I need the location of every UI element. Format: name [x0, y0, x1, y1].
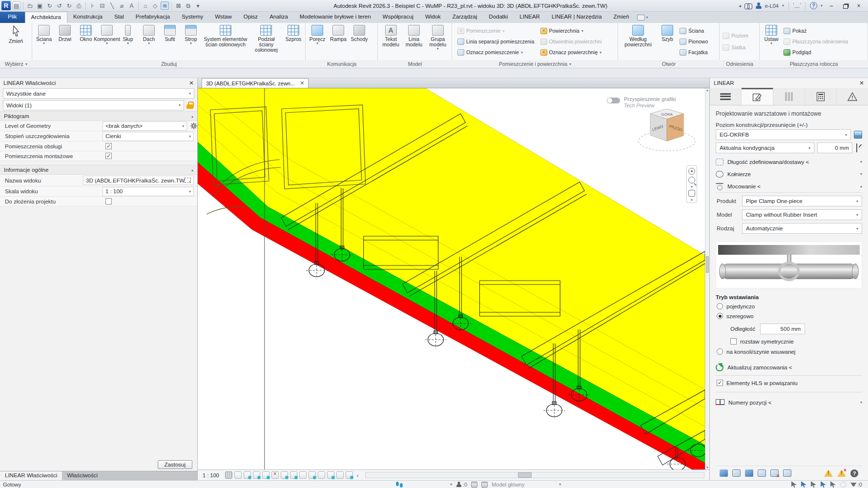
section-icon[interactable]: ⊦	[88, 1, 97, 10]
dormer-opening-button[interactable]: Facjatka	[678, 48, 709, 57]
tab-opisz[interactable]: Opisz	[238, 12, 264, 23]
section-informacje-ogolne[interactable]: Informacje ogólne▴	[0, 165, 197, 175]
view-scale-dropdown[interactable]: 1 : 100▾	[103, 187, 194, 196]
distance-field[interactable]: 500 mm	[760, 324, 805, 334]
area-button[interactable]: Powierzchnia▾	[539, 26, 603, 36]
tab-systemy[interactable]: Systemy	[176, 12, 209, 23]
revit-menu-button[interactable]: R	[1, 1, 11, 10]
window-button[interactable]: Okno	[76, 24, 96, 59]
model-line-button[interactable]: Linia modelu	[403, 24, 425, 59]
storey-dropdown[interactable]: Aktualna kondygnacja▾	[716, 142, 814, 153]
open-icon[interactable]: 🗀	[26, 1, 34, 10]
rendering-dialog-icon[interactable]	[262, 471, 269, 479]
product-dropdown[interactable]: Pipe Clamp One-piece▾	[742, 196, 862, 206]
redo-icon[interactable]: ↻	[65, 1, 73, 10]
tab-zmien[interactable]: Zmień	[608, 12, 635, 23]
radio-single[interactable]: pojedynczo	[717, 303, 862, 309]
tab-library[interactable]	[773, 88, 805, 105]
user-dropdown-arrow-icon[interactable]: ▾	[782, 3, 784, 8]
select-pinned-icon[interactable]	[821, 481, 826, 488]
reveal-hidden-elements-icon[interactable]	[309, 471, 316, 479]
active-workset-dropdown[interactable]: Model główny	[492, 482, 555, 488]
toggle-switch-icon[interactable]	[607, 98, 620, 103]
lock-3d-view-icon[interactable]	[290, 471, 297, 479]
print-icon[interactable]: ⎙	[75, 1, 83, 10]
tab-modelowanie[interactable]: Modelowanie bryłowe i teren	[294, 12, 377, 23]
duct-delete-icon[interactable]	[770, 469, 779, 477]
tag-room-button[interactable]: Oznacz pomieszczenie▾	[456, 48, 536, 57]
close-panel-icon[interactable]: ✕	[859, 80, 864, 86]
tab-linear-narzedzia[interactable]: LINEAR | Narzędzia	[546, 12, 608, 23]
scroll-up-icon[interactable]: ▲	[705, 89, 709, 92]
level-button[interactable]: Poziom	[721, 31, 750, 41]
tab-linear-wlasciwosci[interactable]: LINEAR Właściwości	[0, 471, 62, 480]
draw-line-icon[interactable]: ╲	[108, 1, 116, 10]
chevron-down-icon[interactable]: ▾	[450, 482, 452, 487]
apply-button[interactable]: Zastosuj	[158, 460, 192, 469]
symmetric-spacing-checkbox-row[interactable]: rozstaw symetrycznie	[730, 338, 862, 345]
vertical-opening-button[interactable]: Pionowo	[678, 37, 709, 46]
undo-icon[interactable]: ↺	[55, 1, 63, 10]
mullion-button[interactable]: Szpros	[283, 24, 304, 59]
set-work-plane-button[interactable]: Ustaw▾	[761, 24, 782, 59]
mounting-rooms-checkbox[interactable]: ✓	[105, 153, 112, 159]
clamp-area-icon[interactable]	[732, 469, 741, 477]
select-underlay-icon[interactable]	[811, 481, 816, 488]
tab-prefabrykacja[interactable]: Prefabrykacja	[130, 12, 176, 23]
warnings-dismiss-icon[interactable]	[837, 469, 846, 477]
help-icon[interactable]: ?	[810, 2, 817, 9]
grid-button[interactable]: Siatka	[721, 43, 750, 52]
tag-icon[interactable]: ⌀	[118, 1, 126, 10]
close-panel-icon[interactable]: ✕	[189, 80, 194, 86]
show-crop-region-icon[interactable]	[281, 471, 288, 479]
exchange-icon[interactable]: ≋	[161, 1, 169, 10]
tab-linear[interactable]: LINEAR	[514, 12, 546, 23]
group-label-pomieszczenie[interactable]: Pomieszczenie i powierzchnia▾	[452, 60, 618, 68]
area-boundary-button[interactable]: Obwiednia powierzchni	[539, 37, 603, 46]
worksharing-display-icon[interactable]	[327, 471, 334, 479]
model-text-button[interactable]: Tekst modelu	[379, 24, 402, 59]
chevron-down-icon[interactable]: ▾	[691, 199, 693, 201]
railing-button[interactable]: Poręcz▾	[307, 24, 328, 59]
tab-plik[interactable]: Plik	[0, 12, 25, 23]
point-icon[interactable]: ◇	[151, 1, 159, 10]
curtain-grid-button[interactable]: Podział ściany osłonowej	[250, 24, 283, 59]
tab-architektura[interactable]: Architektura	[25, 12, 67, 23]
collapse-arrow-icon[interactable]: ◂	[739, 3, 741, 8]
offset-field[interactable]: 0 mm	[817, 142, 852, 153]
section-flanges[interactable]: Kołnierze▾	[716, 168, 862, 180]
view-name-field[interactable]: 3D (ABDŁ.EFTGHKPralkaŚc. zewn.TW	[83, 176, 194, 185]
drag-on-selection-icon[interactable]	[801, 481, 806, 488]
tab-analiza[interactable]: Analiza	[264, 12, 294, 23]
radio-serial[interactable]: szeregowo	[717, 313, 862, 319]
clamp-point-icon[interactable]	[720, 469, 728, 477]
viewer-button[interactable]: Podgląd	[782, 48, 849, 57]
save-icon[interactable]: ▣	[36, 1, 44, 10]
column-button[interactable]: Słup▾	[118, 24, 138, 59]
footprints-icon[interactable]	[396, 482, 404, 488]
qat-customize-icon[interactable]: ▾	[194, 1, 202, 10]
chevron-down-icon[interactable]: ▾	[691, 185, 693, 188]
tab-dodatki[interactable]: Dodatki	[483, 12, 514, 23]
ceiling-button[interactable]: Sufit	[160, 24, 180, 59]
tab-warnings[interactable]: !	[837, 88, 868, 105]
tab-stal[interactable]: Stal	[108, 12, 130, 23]
select-links-icon[interactable]	[791, 481, 797, 488]
default-3d-view-icon[interactable]: ⌂	[141, 1, 149, 10]
tab-konstrukcja[interactable]: Konstrukcja	[67, 12, 108, 23]
modify-button[interactable]: Zmień	[6, 24, 26, 59]
rail-segment-icon[interactable]	[745, 469, 753, 477]
shaft-button[interactable]: Szyb	[657, 24, 678, 59]
show-work-plane-button[interactable]: Pokaż	[782, 26, 849, 36]
tab-wlasciwosci[interactable]: Właściwości	[62, 471, 197, 480]
floor-button[interactable]: Strop▾	[181, 24, 201, 59]
warnings-active-icon[interactable]	[824, 469, 833, 477]
close-view-icon[interactable]: ✕	[300, 80, 304, 86]
pick-level-icon[interactable]	[856, 143, 862, 152]
file-properties-icon[interactable]: ▤	[12, 1, 21, 10]
visual-style-icon[interactable]	[234, 471, 242, 479]
selection-dropdown[interactable]: Widoki (1)▾	[3, 100, 184, 110]
selection-filter-button[interactable]: :0	[850, 482, 862, 488]
close-button[interactable]: ×	[853, 2, 864, 9]
zoom-icon[interactable]	[688, 177, 695, 183]
